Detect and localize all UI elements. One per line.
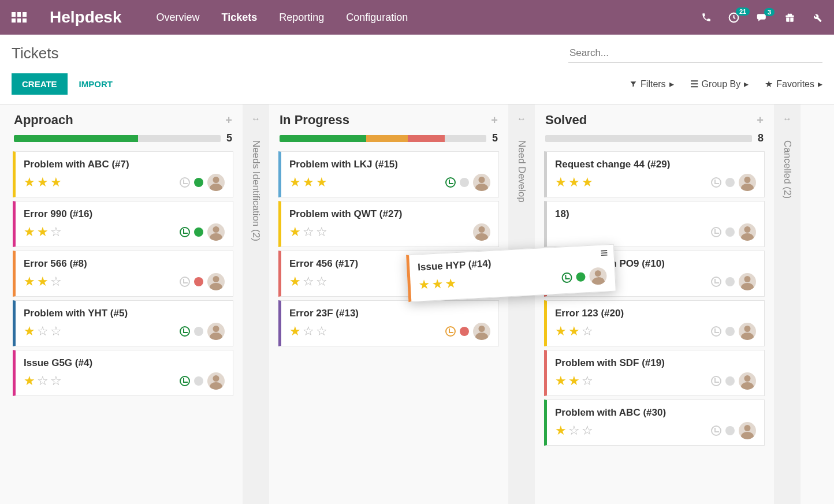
priority-stars[interactable]: ★★★ — [418, 276, 457, 293]
star-icon[interactable]: ☆ — [37, 374, 49, 389]
nav-tickets[interactable]: Tickets — [222, 12, 258, 24]
kanban-card[interactable]: Problem with QWT (#27) ★☆☆ — [278, 201, 499, 247]
star-icon[interactable]: ☆ — [582, 324, 593, 339]
favorites-dropdown[interactable]: ★ Favorites ▸ — [765, 79, 822, 89]
star-icon[interactable]: ★ — [568, 374, 580, 389]
nav-configuration[interactable]: Configuration — [346, 12, 408, 24]
phone-icon[interactable] — [701, 12, 712, 23]
star-icon[interactable]: ★ — [303, 175, 314, 190]
add-card-icon[interactable]: + — [491, 114, 498, 127]
star-icon[interactable]: ☆ — [582, 423, 593, 438]
avatar[interactable] — [739, 372, 756, 390]
kanban-card[interactable]: Error 23F (#13) ★☆☆ — [278, 300, 499, 346]
star-icon[interactable]: ☆ — [303, 225, 314, 240]
star-icon[interactable]: ☆ — [303, 274, 314, 289]
star-icon[interactable]: ☆ — [316, 274, 327, 289]
create-button[interactable]: CREATE — [12, 73, 68, 95]
groupby-dropdown[interactable]: ☰ Group By ▸ — [690, 79, 749, 89]
avatar[interactable] — [473, 323, 490, 340]
priority-stars[interactable]: ★★☆ — [24, 274, 62, 289]
menu-icon[interactable]: ≡ — [600, 249, 606, 256]
kanban-card[interactable]: Problem with YHT (#5) ★☆☆ — [13, 300, 233, 346]
gift-icon[interactable] — [784, 12, 795, 23]
star-icon[interactable]: ★ — [37, 225, 49, 240]
star-icon[interactable]: ★ — [582, 175, 593, 190]
star-icon[interactable]: ★ — [555, 374, 567, 389]
avatar[interactable] — [473, 223, 490, 241]
star-icon[interactable]: ★ — [568, 175, 580, 190]
kanban-card[interactable]: Problem with LKJ (#15) ★★★ — [278, 151, 499, 197]
card-list[interactable]: Problem with ABC (#7) ★★★ Error 990 (#16… — [10, 151, 236, 408]
star-icon[interactable]: ★ — [316, 175, 327, 190]
star-icon[interactable]: ★ — [289, 225, 301, 240]
star-icon[interactable]: ★ — [431, 277, 444, 292]
priority-stars[interactable]: ★★☆ — [555, 374, 593, 389]
star-icon[interactable]: ★ — [289, 324, 301, 339]
priority-stars[interactable]: ★☆☆ — [289, 225, 327, 240]
star-icon[interactable]: ★ — [289, 175, 301, 190]
priority-stars[interactable]: ★☆☆ — [24, 374, 62, 389]
star-icon[interactable]: ★ — [555, 324, 567, 339]
nav-reporting[interactable]: Reporting — [279, 12, 324, 24]
kanban-card[interactable]: 18) — [544, 201, 765, 247]
star-icon[interactable]: ★ — [37, 175, 49, 190]
avatar[interactable] — [207, 273, 225, 290]
star-icon[interactable]: ☆ — [50, 374, 62, 389]
star-icon[interactable]: ☆ — [568, 423, 580, 438]
avatar[interactable] — [739, 223, 756, 241]
filters-dropdown[interactable]: Filters ▸ — [630, 79, 674, 89]
avatar[interactable] — [207, 174, 225, 191]
star-icon[interactable]: ☆ — [303, 324, 314, 339]
star-icon[interactable]: ☆ — [582, 374, 593, 389]
star-icon[interactable]: ★ — [289, 274, 301, 289]
tools-icon[interactable] — [811, 12, 822, 23]
kanban-card[interactable]: Error 566 (#8) ★★☆ — [13, 251, 233, 297]
activities-icon[interactable]: 21 — [728, 12, 740, 24]
star-icon[interactable]: ★ — [445, 276, 457, 292]
priority-stars[interactable]: ★★☆ — [24, 225, 62, 240]
avatar[interactable] — [207, 223, 225, 241]
collapsed-column[interactable]: ↔ Needs Identification (2) — [243, 104, 269, 504]
collapsed-column[interactable]: ↔ Need Develop — [508, 104, 535, 504]
star-icon[interactable]: ★ — [24, 225, 35, 240]
kanban-card[interactable]: Problem with SDF (#19) ★★☆ — [544, 350, 765, 396]
collapsed-column[interactable]: ↔ Cancelled (2) — [774, 104, 801, 504]
priority-stars[interactable]: ★☆☆ — [289, 274, 327, 289]
avatar[interactable] — [739, 174, 756, 191]
star-icon[interactable]: ★ — [568, 324, 580, 339]
star-icon[interactable]: ☆ — [37, 324, 49, 339]
nav-overview[interactable]: Overview — [157, 12, 200, 24]
priority-stars[interactable]: ★☆☆ — [289, 324, 327, 339]
avatar[interactable] — [739, 273, 756, 290]
star-icon[interactable]: ★ — [24, 175, 35, 190]
import-button[interactable]: IMPORT — [79, 79, 113, 89]
kanban-card[interactable]: Problem with ABC (#30) ★☆☆ — [544, 400, 765, 446]
card-list[interactable]: Request change 44 (#29) ★★★ 18) Problem … — [542, 151, 767, 457]
avatar[interactable] — [473, 174, 490, 191]
priority-stars[interactable]: ★★★ — [24, 175, 62, 190]
star-icon[interactable]: ★ — [50, 175, 62, 190]
priority-stars[interactable]: ★★☆ — [555, 324, 593, 339]
apps-launcher-icon[interactable] — [12, 12, 27, 23]
kanban-card[interactable]: Problem with ABC (#7) ★★★ — [13, 151, 233, 197]
star-icon[interactable]: ☆ — [50, 324, 62, 339]
star-icon[interactable]: ★ — [24, 324, 35, 339]
star-icon[interactable]: ★ — [24, 274, 35, 289]
messages-icon[interactable]: 3 — [756, 12, 768, 23]
priority-stars[interactable]: ★☆☆ — [555, 423, 593, 438]
avatar[interactable] — [207, 323, 225, 340]
priority-stars[interactable]: ★★★ — [289, 175, 327, 190]
star-icon[interactable]: ☆ — [50, 274, 62, 289]
kanban-board[interactable]: Approach + 5 Problem with ABC (#7) ★★★ E… — [0, 104, 834, 504]
kanban-card[interactable]: Issue G5G (#4) ★☆☆ — [13, 350, 233, 396]
star-icon[interactable]: ★ — [37, 274, 49, 289]
avatar[interactable] — [207, 372, 225, 390]
avatar[interactable] — [739, 323, 756, 340]
star-icon[interactable]: ☆ — [316, 225, 327, 240]
kanban-card[interactable]: Error 123 (#20) ★★☆ — [544, 300, 765, 346]
kanban-card[interactable]: Error 990 (#16) ★★☆ — [13, 201, 233, 247]
star-icon[interactable]: ★ — [24, 374, 35, 389]
star-icon[interactable]: ★ — [418, 277, 430, 293]
star-icon[interactable]: ★ — [555, 175, 567, 190]
priority-stars[interactable]: ★☆☆ — [24, 324, 62, 339]
